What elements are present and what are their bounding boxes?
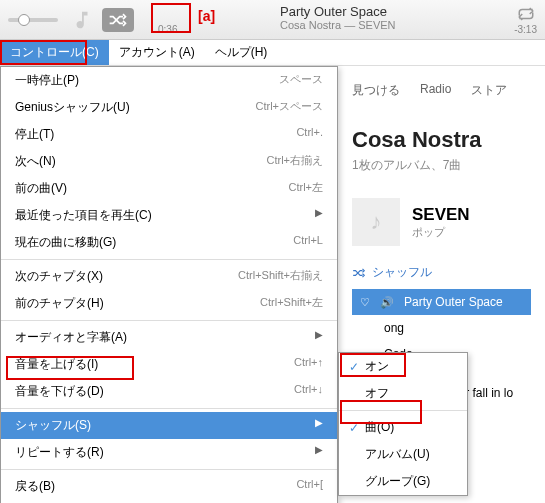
now-playing-sub: Cosa Nostra — SEVEN (280, 19, 396, 31)
nav-radio[interactable]: Radio (420, 82, 451, 99)
menu-repeat[interactable]: リピートする(R)▶ (1, 439, 337, 466)
menu-prev-chapter[interactable]: 前のチャプタ(H)Ctrl+Shift+左 (1, 290, 337, 317)
menu-genius[interactable]: Geniusシャッフル(U)Ctrl+スペース (1, 94, 337, 121)
track-row[interactable]: ong (352, 315, 531, 341)
repeat-icon[interactable] (517, 6, 535, 26)
time-elapsed: 0:36 (158, 24, 177, 35)
now-playing-title: Party Outer Space (280, 4, 396, 19)
artist-sub: 1枚のアルバム、7曲 (352, 157, 531, 174)
player-toolbar: Party Outer Space Cosa Nostra — SEVEN 0:… (0, 0, 545, 40)
submenu-song[interactable]: ✓曲(O) (339, 414, 467, 441)
album-genre: ポップ (412, 225, 470, 240)
menu-volume-down[interactable]: 音量を下げる(D)Ctrl+↓ (1, 378, 337, 405)
menu-prev[interactable]: 前の曲(V)Ctrl+左 (1, 175, 337, 202)
volume-slider[interactable] (8, 18, 58, 22)
menu-pause[interactable]: 一時停止(P)スペース (1, 67, 337, 94)
submenu-group[interactable]: グループ(G) (339, 468, 467, 495)
menu-volume-up[interactable]: 音量を上げる(I)Ctrl+↑ (1, 351, 337, 378)
artist-title: Cosa Nostra (352, 127, 531, 153)
menu-next[interactable]: 次へ(N)Ctrl+右揃え (1, 148, 337, 175)
menu-recent[interactable]: 最近使った項目を再生(C)▶ (1, 202, 337, 229)
nav-store[interactable]: ストア (471, 82, 507, 99)
menu-help[interactable]: ヘルプ(H) (205, 40, 278, 65)
track-row[interactable]: ♡🔊 Party Outer Space (352, 289, 531, 315)
submenu-album[interactable]: アルバム(U) (339, 441, 467, 468)
album-name: SEVEN (412, 205, 470, 225)
menu-goto[interactable]: 現在の曲に移動(G)Ctrl+L (1, 229, 337, 256)
shuffle-link[interactable]: シャッフル (352, 264, 531, 281)
submenu-off[interactable]: オフ (339, 380, 467, 407)
nav-find[interactable]: 見つける (352, 82, 400, 99)
album-art[interactable]: ♪ (352, 198, 400, 246)
menu-back[interactable]: 戻る(B)Ctrl+[ (1, 473, 337, 500)
menubar: コントロール(C) アカウント(A) ヘルプ(H) (0, 40, 545, 66)
now-playing: Party Outer Space Cosa Nostra — SEVEN (280, 4, 396, 31)
shuffle-submenu: ✓オン オフ ✓曲(O) アルバム(U) グループ(G) (338, 352, 468, 496)
menu-control[interactable]: コントロール(C) (0, 40, 109, 65)
menu-audio-subtitle[interactable]: オーディオと字幕(A)▶ (1, 324, 337, 351)
menu-next-chapter[interactable]: 次のチャプタ(X)Ctrl+Shift+右揃え (1, 263, 337, 290)
submenu-on[interactable]: ✓オン (339, 353, 467, 380)
menu-stop[interactable]: 停止(T)Ctrl+. (1, 121, 337, 148)
menu-shuffle[interactable]: シャッフル(S)▶ (1, 412, 337, 439)
control-dropdown: 一時停止(P)スペース Geniusシャッフル(U)Ctrl+スペース 停止(T… (0, 66, 338, 503)
music-icon (68, 6, 96, 34)
shuffle-button[interactable] (102, 8, 134, 32)
menu-account[interactable]: アカウント(A) (109, 40, 205, 65)
